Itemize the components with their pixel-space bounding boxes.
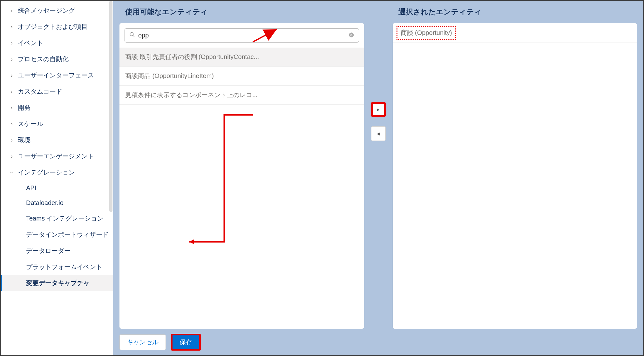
footer: キャンセル 保存 xyxy=(119,329,637,351)
available-title: 使用可能なエンティティ xyxy=(125,7,364,17)
sidebar-item-scale[interactable]: ›スケール xyxy=(1,116,113,132)
sidebar-label: プロセスの自動化 xyxy=(18,55,69,63)
chevron-right-icon: › xyxy=(10,25,14,29)
sidebar-item-ui[interactable]: ›ユーザーインターフェース xyxy=(1,67,113,83)
available-list: 商談 取引先責任者の役割 (OpportunityContac... 商談商品 … xyxy=(119,48,364,329)
selected-list: 商談 (Opportunity) xyxy=(393,23,637,329)
cancel-button[interactable]: キャンセル xyxy=(119,334,166,350)
available-panel: 商談 取引先責任者の役割 (OpportunityContac... 商談商品 … xyxy=(119,23,364,329)
sidebar-label: ユーザーエンゲージメント xyxy=(18,152,94,161)
sidebar-sub-dataloaderio[interactable]: Dataloader.io xyxy=(1,195,113,210)
sidebar-label: 開発 xyxy=(18,103,31,112)
sidebar-sub-api[interactable]: API xyxy=(1,181,113,195)
chevron-right-icon: › xyxy=(10,138,14,142)
remove-button[interactable]: ◂ xyxy=(371,126,386,141)
sidebar: ›統合メッセージング ›オブジェクトおよび項目 ›イベント ›プロセスの自動化 … xyxy=(1,1,113,355)
sidebar-sub-teams[interactable]: Teams インテグレーション xyxy=(1,210,113,227)
selected-panel: 商談 (Opportunity) xyxy=(393,23,637,329)
add-button[interactable]: ▸ xyxy=(371,102,386,117)
sidebar-label: オブジェクトおよび項目 xyxy=(18,23,88,31)
sidebar-label: スケール xyxy=(18,120,43,128)
search-box[interactable] xyxy=(125,28,359,43)
sidebar-label: インテグレーション xyxy=(18,168,75,177)
sidebar-label: カスタムコード xyxy=(18,87,62,96)
chevron-right-icon: › xyxy=(10,122,14,126)
available-item[interactable]: 見積条件に表示するコンポーネント上のレコ... xyxy=(119,86,364,105)
sidebar-sub-cdc[interactable]: 変更データキャプチャ xyxy=(1,275,113,291)
sidebar-label: 統合メッセージング xyxy=(18,6,75,15)
sidebar-item-custom-code[interactable]: ›カスタムコード xyxy=(1,83,113,100)
sidebar-item-env[interactable]: ›環境 xyxy=(1,132,113,148)
chevron-right-icon: › xyxy=(10,89,14,94)
save-button[interactable]: 保存 xyxy=(171,334,201,351)
sidebar-item-process[interactable]: ›プロセスの自動化 xyxy=(1,51,113,67)
selected-column: 選択されたエンティティ 商談 (Opportunity) xyxy=(393,7,637,329)
selected-item[interactable]: 商談 (Opportunity) xyxy=(397,26,456,40)
main-content: 使用可能なエンティティ xyxy=(113,1,643,355)
sidebar-sub-import-wizard[interactable]: データインポートウィザード xyxy=(1,227,113,243)
sidebar-item-dev[interactable]: ›開発 xyxy=(1,100,113,116)
sidebar-sub-platform-event[interactable]: プラットフォームイベント xyxy=(1,259,113,275)
sidebar-label: イベント xyxy=(18,39,43,47)
sidebar-item-objects[interactable]: ›オブジェクトおよび項目 xyxy=(1,19,113,35)
svg-line-2 xyxy=(133,35,134,37)
search-icon xyxy=(129,32,135,39)
scrollbar[interactable] xyxy=(109,1,112,212)
available-column: 使用可能なエンティティ xyxy=(119,7,364,329)
sidebar-item-events[interactable]: ›イベント xyxy=(1,35,113,51)
chevron-right-icon: › xyxy=(10,154,14,159)
transfer-controls: ▸ ◂ xyxy=(370,7,386,329)
chevron-right-icon: › xyxy=(10,57,14,62)
available-item[interactable]: 商談 取引先責任者の役割 (OpportunityContac... xyxy=(119,48,364,67)
sidebar-label: ユーザーインターフェース xyxy=(18,71,94,80)
chevron-right-icon: › xyxy=(10,106,14,110)
sidebar-item-engagement[interactable]: ›ユーザーエンゲージメント xyxy=(1,148,113,164)
svg-point-1 xyxy=(130,32,133,36)
selected-title: 選択されたエンティティ xyxy=(398,7,637,17)
sidebar-item-integration[interactable]: ›インテグレーション xyxy=(1,164,113,181)
sidebar-label: 環境 xyxy=(18,136,31,144)
chevron-right-icon: › xyxy=(10,41,14,45)
chevron-right-icon: › xyxy=(10,73,14,78)
sidebar-sub-dataloader[interactable]: データローダー xyxy=(1,243,113,259)
chevron-down-icon: › xyxy=(10,170,14,175)
chevron-left-icon: ◂ xyxy=(377,130,380,137)
clear-icon[interactable] xyxy=(349,32,354,39)
chevron-right-icon: › xyxy=(10,9,14,13)
search-input[interactable] xyxy=(138,32,345,39)
chevron-right-icon: ▸ xyxy=(377,106,380,113)
sidebar-item-messaging[interactable]: ›統合メッセージング xyxy=(1,3,113,19)
available-item[interactable]: 商談商品 (OpportunityLineItem) xyxy=(119,67,364,86)
